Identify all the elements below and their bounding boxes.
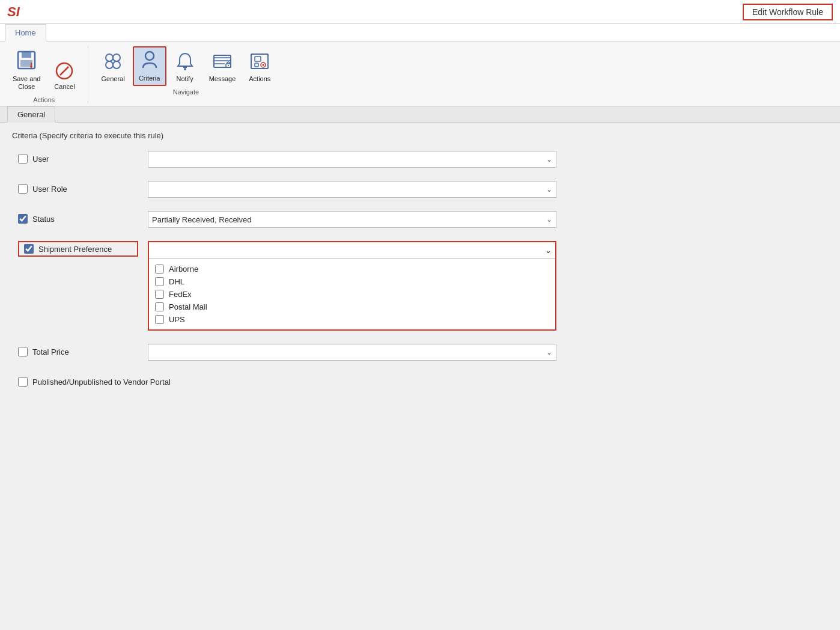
notify-nav-label: Notify [177, 75, 193, 83]
notify-icon [174, 50, 196, 74]
save-close-button[interactable]: Save andClose [7, 46, 46, 94]
user-role-row: User Role ⌄ [18, 181, 822, 198]
save-close-label: Save andClose [13, 75, 40, 91]
published-row: Published/Unpublished to Vendor Portal [18, 374, 822, 387]
svg-rect-1 [22, 52, 31, 58]
app-logo: SI [7, 4, 20, 20]
total-price-dropdown[interactable]: ⌄ [148, 344, 556, 361]
shipment-preference-row: Shipment Preference ⌄ Airborne [18, 241, 822, 331]
user-role-dropdown-arrow: ⌄ [546, 185, 552, 194]
general-tab[interactable]: General [7, 106, 55, 123]
status-label: Status [32, 215, 55, 224]
criteria-nav-button[interactable]: Criteria [133, 46, 166, 86]
svg-point-9 [106, 61, 113, 69]
status-field-container: Partially Received, Received ⌄ [148, 211, 556, 228]
save-icon [16, 49, 37, 74]
tab-home[interactable]: Home [5, 24, 46, 41]
total-price-checkbox-label[interactable]: Total Price [18, 344, 138, 356]
dhl-label: DHL [169, 277, 184, 286]
shipment-option-postal-mail[interactable]: Postal Mail [155, 301, 549, 313]
message-nav-button[interactable]: Message [204, 46, 242, 86]
status-checkbox[interactable] [18, 214, 28, 224]
user-checkbox-label[interactable]: User [18, 151, 138, 164]
status-dropdown-arrow: ⌄ [546, 215, 552, 224]
top-bar: SI Edit Workflow Rule [0, 0, 840, 24]
svg-point-8 [113, 54, 120, 61]
cancel-icon [53, 60, 75, 82]
message-icon [212, 50, 233, 74]
actions-nav-button[interactable]: Actions [243, 46, 276, 86]
shipment-option-ups[interactable]: UPS [155, 313, 549, 326]
user-checkbox[interactable] [18, 154, 28, 164]
svg-point-11 [145, 52, 154, 60]
actions-nav-label: Actions [249, 75, 270, 83]
user-role-dropdown[interactable]: ⌄ [148, 181, 556, 198]
content-area: General Criteria (Specify criteria to ex… [0, 106, 840, 515]
user-dropdown[interactable]: ⌄ [148, 151, 556, 168]
total-price-dropdown-arrow: ⌄ [546, 348, 552, 356]
ribbon-group-navigate: General Criteria [96, 46, 283, 103]
navigate-group-label: Navigate [96, 88, 276, 96]
user-role-checkbox[interactable] [18, 184, 28, 194]
ribbon-body: Save andClose Cancel Actions [0, 41, 840, 106]
svg-point-7 [106, 54, 113, 61]
svg-rect-21 [255, 57, 261, 61]
svg-point-19 [228, 65, 229, 66]
general-tab-bar: General [0, 106, 840, 123]
shipment-preference-checkbox-label[interactable]: Shipment Preference [18, 241, 138, 257]
svg-point-24 [263, 64, 264, 66]
actions-group-label: Actions [7, 96, 81, 103]
cancel-label: Cancel [54, 83, 75, 91]
ribbon: Home Save a [0, 24, 840, 106]
edit-workflow-label: Edit Workflow Rule [743, 4, 833, 20]
general-nav-button[interactable]: General [96, 46, 130, 86]
airborne-checkbox[interactable] [155, 265, 164, 274]
status-dropdown[interactable]: Partially Received, Received ⌄ [148, 211, 556, 228]
shipment-preference-label: Shipment Preference [38, 245, 112, 254]
status-row: Status Partially Received, Received ⌄ [18, 211, 822, 228]
postal-mail-checkbox[interactable] [155, 302, 164, 311]
message-nav-label: Message [209, 75, 236, 83]
criteria-icon [139, 50, 160, 73]
airborne-label: Airborne [169, 265, 198, 274]
total-price-field-container: ⌄ [148, 344, 556, 361]
ribbon-tabs: Home [0, 24, 840, 41]
published-label: Published/Unpublished to Vendor Portal [32, 378, 171, 387]
ups-label: UPS [169, 315, 185, 324]
shipment-option-airborne[interactable]: Airborne [155, 263, 549, 275]
postal-mail-label: Postal Mail [169, 302, 207, 311]
cancel-button[interactable]: Cancel [48, 46, 81, 94]
svg-point-10 [113, 61, 120, 69]
shipment-option-fedex[interactable]: FedEx [155, 288, 549, 301]
total-price-row: Total Price ⌄ [18, 344, 822, 361]
user-field-container: ⌄ [148, 151, 556, 168]
ribbon-group-actions: Save andClose Cancel Actions [7, 46, 88, 103]
user-label: User [32, 154, 49, 164]
notify-nav-button[interactable]: Notify [169, 46, 201, 86]
shipment-dropdown-list: Airborne DHL FedEx Postal Mail [149, 259, 555, 329]
dhl-checkbox[interactable] [155, 277, 164, 286]
status-dropdown-value: Partially Received, Received [152, 215, 251, 224]
total-price-label: Total Price [32, 347, 69, 356]
shipment-dropdown-arrow: ⌄ [545, 246, 552, 255]
svg-point-13 [184, 68, 186, 70]
shipment-preference-dropdown[interactable]: ⌄ Airborne DHL FedEx [148, 241, 556, 331]
user-role-checkbox-label[interactable]: User Role [18, 181, 138, 194]
svg-line-6 [60, 67, 68, 75]
general-nav-label: General [101, 75, 124, 83]
published-checkbox-label[interactable]: Published/Unpublished to Vendor Portal [18, 374, 171, 387]
general-icon [102, 50, 124, 74]
status-checkbox-label[interactable]: Status [18, 211, 138, 224]
ups-checkbox[interactable] [155, 315, 164, 324]
published-checkbox[interactable] [18, 377, 28, 387]
criteria-description: Criteria (Specify criteria to execute th… [0, 123, 840, 145]
form-area: User ⌄ User Role ⌄ [0, 145, 840, 406]
actions-icon [249, 50, 270, 74]
user-row: User ⌄ [18, 151, 822, 168]
svg-rect-22 [255, 63, 258, 67]
shipment-preference-checkbox[interactable] [24, 244, 34, 254]
fedex-label: FedEx [169, 290, 192, 299]
total-price-checkbox[interactable] [18, 347, 28, 356]
fedex-checkbox[interactable] [155, 290, 164, 299]
shipment-option-dhl[interactable]: DHL [155, 275, 549, 288]
